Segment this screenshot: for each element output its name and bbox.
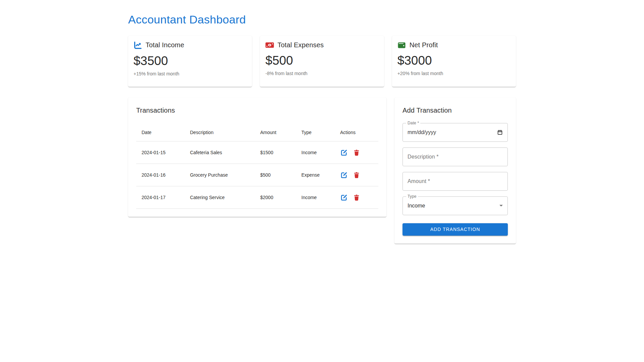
chevron-down-icon [499,205,503,206]
transaction-description: Cafeteria Sales [184,141,255,164]
transactions-panel: Transactions Date Description Amount Typ… [128,98,386,217]
date-input-label: Date * [406,121,420,125]
total-income-header: Total Income [133,41,247,49]
total-income-card: Total Income $3500 +15% from last month [128,36,252,87]
column-header-date: Date [136,124,184,141]
total-expenses-subtitle: -8% from last month [265,71,378,76]
total-expenses-header: Total Expenses [265,41,378,49]
total-income-value: $3500 [133,54,247,68]
trash-icon [354,149,360,156]
type-select-label: Type [406,194,418,199]
column-header-type: Type [296,124,335,141]
table-row: 2024-01-15 Cafeteria Sales $1500 Income [136,141,378,164]
table-row: 2024-01-17 Catering Service $2000 Income [136,186,378,208]
net-profit-header: Net Profit [397,41,511,49]
net-profit-card: Net Profit $3000 +20% from last month [392,36,516,87]
trash-icon [354,194,360,201]
transaction-amount: $2000 [255,186,296,208]
column-header-actions: Actions [335,124,378,141]
transaction-date: 2024-01-16 [136,164,184,186]
column-header-amount: Amount [255,124,296,141]
column-header-description: Description [184,124,255,141]
edit-button[interactable] [340,148,348,157]
transaction-amount: $500 [255,164,296,186]
amount-input[interactable]: Amount * [402,172,508,191]
dashboard-page: Accountant Dashboard Total Income $3500 … [128,0,516,244]
delete-button[interactable] [353,171,360,179]
transaction-type: Income [296,141,335,164]
edit-pen-square-icon [341,194,347,201]
add-transaction-title: Add Transaction [402,106,508,115]
page-title: Accountant Dashboard [128,13,516,27]
total-expenses-card: Total Expenses $500 -8% from last month [260,36,384,87]
trash-icon [354,172,360,178]
transaction-type: Income [296,186,335,208]
edit-pen-square-icon [341,149,347,156]
main-content: Transactions Date Description Amount Typ… [128,98,516,244]
transaction-type: Expense [296,164,335,186]
description-input[interactable]: Description * [402,147,508,166]
type-select-value: Income [408,203,425,209]
total-income-subtitle: +15% from last month [133,71,247,76]
table-header-row: Date Description Amount Type Actions [136,124,378,141]
total-expenses-value: $500 [265,54,378,68]
add-transaction-button[interactable]: ADD TRANSACTION [402,223,508,236]
transaction-actions [335,186,378,208]
transaction-date: 2024-01-15 [136,141,184,164]
total-expenses-label: Total Expenses [277,41,324,49]
table-row: 2024-01-16 Grocery Purchase $500 Expense [136,164,378,186]
transaction-actions [335,141,378,164]
total-income-label: Total Income [146,41,184,49]
edit-button[interactable] [340,193,348,201]
net-profit-label: Net Profit [410,41,438,49]
money-bill-icon [265,42,274,48]
delete-button[interactable] [353,148,360,157]
description-input-label: Description * [408,154,439,160]
transaction-date: 2024-01-17 [136,186,184,208]
edit-pen-square-icon [341,172,347,178]
amount-input-label: Amount * [408,178,430,184]
transaction-description: Catering Service [184,186,255,208]
transaction-amount: $1500 [255,141,296,164]
edit-button[interactable] [340,171,348,179]
type-select[interactable]: Type Income [402,196,508,215]
transaction-description: Grocery Purchase [184,164,255,186]
add-transaction-panel: Add Transaction Date * mm/dd/yyyy Descri… [394,98,516,244]
net-profit-subtitle: +20% from last month [397,71,511,76]
date-input[interactable]: Date * mm/dd/yyyy [402,123,508,142]
date-input-value: mm/dd/yyyy [408,129,436,135]
stats-row: Total Income $3500 +15% from last month … [128,36,516,87]
transactions-table: Date Description Amount Type Actions 202… [136,124,378,209]
delete-button[interactable] [353,193,360,201]
transactions-title: Transactions [136,106,378,115]
transaction-actions [335,164,378,186]
net-profit-value: $3000 [397,54,511,68]
wallet-icon [397,42,406,48]
calendar-icon[interactable] [497,129,503,135]
chart-line-icon [133,41,142,49]
